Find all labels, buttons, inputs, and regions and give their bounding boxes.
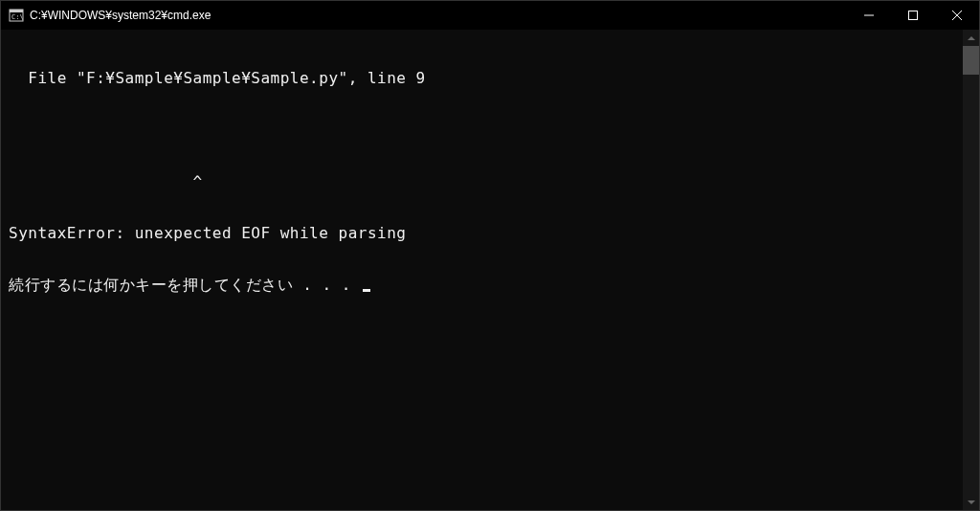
svg-rect-4 [909,11,918,20]
minimize-button[interactable] [847,1,891,30]
svg-marker-7 [968,36,975,40]
close-button[interactable] [935,1,979,30]
svg-text:C:\: C:\ [11,13,24,21]
content-wrapper: File "F:¥Sample¥Sample¥Sample.py", line … [1,30,979,510]
cmd-window: C:\ C:¥WINDOWS¥system32¥cmd.exe [0,0,980,511]
vertical-scrollbar[interactable] [963,30,979,510]
terminal-line: File "F:¥Sample¥Sample¥Sample.py", line … [9,70,955,87]
terminal-line: SyntaxError: unexpected EOF while parsin… [9,225,955,242]
scroll-up-button[interactable] [963,30,979,46]
terminal-line: 続行するには何かキーを押してください . . . [9,277,955,294]
window-title: C:¥WINDOWS¥system32¥cmd.exe [30,9,847,22]
terminal-line: ^ [9,173,955,190]
cursor [363,289,370,292]
svg-rect-1 [10,10,23,12]
maximize-button[interactable] [891,1,935,30]
terminal-output[interactable]: File "F:¥Sample¥Sample¥Sample.py", line … [1,30,963,510]
titlebar[interactable]: C:\ C:¥WINDOWS¥system32¥cmd.exe [1,1,979,30]
scroll-thumb[interactable] [963,46,979,75]
window-controls [847,1,979,30]
scroll-down-button[interactable] [963,494,979,510]
cmd-icon: C:\ [9,8,24,23]
terminal-line [9,122,955,139]
svg-marker-8 [968,500,975,504]
